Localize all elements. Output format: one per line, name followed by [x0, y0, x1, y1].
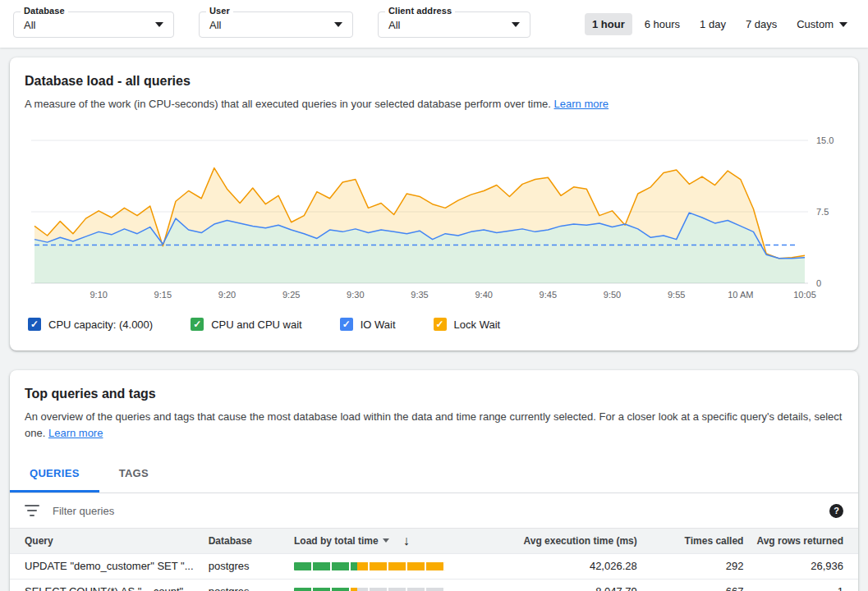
database-load-chart-container: 07.515.09:109:159:209:259:309:359:409:45…	[10, 112, 858, 306]
sort-descending-icon[interactable]: ↓	[403, 534, 410, 548]
chart-legend: ✓ CPU capacity: (4.000) ✓ CPU and CPU wa…	[10, 306, 858, 350]
legend-cpu-and-cpu-wait[interactable]: ✓ CPU and CPU wait	[191, 318, 302, 331]
load-learn-more-link[interactable]: Learn more	[554, 98, 609, 110]
load-cell	[287, 579, 483, 591]
svg-text:15.0: 15.0	[816, 135, 834, 145]
database-filter: Database All	[13, 11, 174, 38]
chevron-down-icon	[512, 22, 520, 27]
avg-rows-returned-cell: 1	[750, 579, 858, 591]
legend-label: IO Wait	[361, 318, 396, 331]
column-header-avg-execution-time: Avg execution time (ms)	[483, 529, 644, 553]
time-range-6-hours[interactable]: 6 hours	[637, 13, 687, 35]
legend-label: CPU and CPU wait	[211, 318, 302, 331]
query-row[interactable]: SELECT COUNT(*) AS "__count" ... postgre…	[10, 579, 858, 591]
svg-text:10 AM: 10 AM	[728, 290, 753, 300]
avg-execution-time-cell: 8,047.79	[483, 579, 644, 591]
legend-cpu-capacity[interactable]: ✓ CPU capacity: (4.000)	[28, 318, 153, 331]
checkbox-checked-icon[interactable]: ✓	[434, 318, 447, 331]
avg-execution-time-cell: 42,026.28	[483, 553, 644, 579]
queries-tabs: QUERIES TAGS	[10, 456, 858, 493]
times-called-cell: 667	[644, 579, 751, 591]
times-called-cell: 292	[644, 553, 751, 579]
load-bar-empty-segment	[357, 588, 445, 591]
load-card-subtitle: A measure of the work (in CPU-seconds) t…	[25, 96, 843, 112]
query-row[interactable]: UPDATE "demo_customer" SET "... postgres…	[10, 553, 858, 579]
filter-queries-input[interactable]	[53, 505, 816, 517]
queries-learn-more-link[interactable]: Learn more	[48, 427, 103, 439]
time-range-1-hour[interactable]: 1 hour	[585, 13, 632, 35]
user-filter-value: All	[209, 19, 221, 31]
tab-queries[interactable]: QUERIES	[10, 456, 99, 492]
load-bar-cpu-segment	[294, 588, 350, 591]
client-address-filter: Client address All	[378, 11, 530, 38]
queries-card-description-text: An overview of the queries and tags that…	[25, 410, 842, 439]
load-card-subtitle-text: A measure of the work (in CPU-seconds) t…	[25, 98, 551, 110]
load-column-label[interactable]: Load by total time	[294, 535, 379, 547]
user-filter: User All	[199, 11, 353, 38]
database-cell: postgres	[202, 579, 287, 591]
legend-label: CPU capacity: (4.000)	[48, 318, 153, 331]
load-bar-cpu-segment	[294, 562, 357, 570]
query-cell: SELECT COUNT(*) AS "__count" ...	[10, 579, 202, 591]
filter-icon	[25, 505, 39, 516]
column-header-query: Query	[10, 529, 202, 553]
column-menu-caret-icon[interactable]	[383, 538, 389, 543]
checkbox-checked-icon[interactable]: ✓	[28, 318, 41, 331]
time-range-1-day[interactable]: 1 day	[692, 13, 733, 35]
svg-text:9:10: 9:10	[90, 290, 107, 300]
time-range-custom-label: Custom	[797, 18, 834, 30]
svg-text:9:20: 9:20	[218, 290, 236, 300]
database-filter-label: Database	[21, 6, 68, 16]
svg-text:7.5: 7.5	[816, 207, 829, 217]
time-range-custom[interactable]: Custom	[789, 13, 855, 35]
svg-text:9:35: 9:35	[411, 290, 428, 300]
help-icon[interactable]: ?	[829, 504, 843, 518]
load-bar-wait-segment	[357, 562, 445, 570]
filter-toolbar: Database All User All Client address All…	[0, 0, 868, 48]
avg-rows-returned-cell: 26,936	[750, 553, 858, 579]
legend-lock-wait[interactable]: ✓ Lock Wait	[434, 318, 501, 331]
legend-label: Lock Wait	[454, 318, 501, 331]
top-queries-card: Top queries and tags An overview of the …	[10, 370, 858, 591]
load-card-title: Database load - all queries	[25, 74, 843, 89]
load-bar	[294, 588, 445, 591]
database-load-chart: 07.515.09:109:159:209:259:309:359:409:45…	[25, 131, 846, 303]
svg-text:9:45: 9:45	[540, 290, 557, 300]
client-address-filter-label: Client address	[385, 6, 455, 16]
database-cell: postgres	[202, 553, 287, 579]
svg-text:9:55: 9:55	[668, 290, 685, 300]
tab-tags[interactable]: TAGS	[99, 456, 168, 492]
svg-text:9:50: 9:50	[604, 290, 621, 300]
client-address-filter-value: All	[388, 19, 400, 31]
time-range-7-days[interactable]: 7 days	[738, 13, 784, 35]
svg-text:9:30: 9:30	[347, 290, 364, 300]
query-cell: UPDATE "demo_customer" SET "...	[10, 553, 202, 579]
time-range-selector: 1 hour 6 hours 1 day 7 days Custom	[585, 13, 855, 35]
column-header-database: Database	[202, 529, 287, 553]
checkbox-checked-icon[interactable]: ✓	[191, 318, 204, 331]
chevron-down-icon	[155, 22, 163, 27]
table-header-row: Query Database Load by total time ↓ Avg …	[10, 529, 858, 553]
svg-text:0: 0	[816, 278, 821, 288]
column-header-avg-rows-returned: Avg rows returned	[750, 529, 858, 553]
load-cell	[287, 553, 483, 579]
load-bar-wait-segment	[350, 588, 357, 591]
chevron-down-icon	[839, 22, 847, 27]
svg-text:9:40: 9:40	[475, 290, 492, 300]
queries-card-title: Top queries and tags	[25, 387, 843, 401]
legend-io-wait[interactable]: ✓ IO Wait	[340, 318, 396, 331]
svg-text:9:15: 9:15	[154, 290, 172, 300]
user-filter-label: User	[206, 6, 233, 16]
svg-text:9:25: 9:25	[282, 290, 300, 300]
column-header-times-called: Times called	[644, 529, 751, 553]
query-filter-row: ?	[10, 493, 858, 529]
column-header-load-by-total-time: Load by total time ↓	[287, 529, 483, 553]
checkbox-checked-icon[interactable]: ✓	[340, 318, 353, 331]
database-load-card: Database load - all queries A measure of…	[10, 57, 858, 350]
queries-table: Query Database Load by total time ↓ Avg …	[10, 529, 858, 591]
queries-card-description: An overview of the queries and tags that…	[25, 409, 843, 442]
database-filter-value: All	[24, 19, 35, 31]
svg-text:10:05: 10:05	[793, 290, 816, 300]
load-bar	[294, 562, 445, 570]
chevron-down-icon	[334, 22, 342, 27]
